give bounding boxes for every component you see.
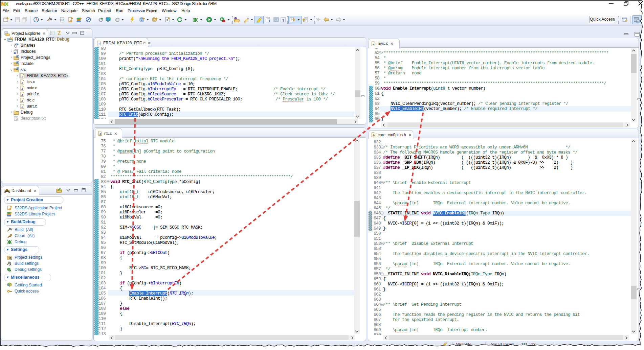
svg-text:.h: .h (372, 134, 375, 137)
svg-text:S: S (17, 62, 19, 64)
svg-text:S: S (17, 56, 19, 58)
svg-text:.c: .c (21, 105, 23, 108)
svg-text:.c: .c (21, 87, 23, 90)
svg-text:.c: .c (372, 43, 375, 46)
svg-text:10: 10 (15, 43, 17, 45)
svg-text:S: S (17, 68, 19, 70)
svg-text:h: h (15, 52, 16, 54)
svg-text:C: C (11, 37, 13, 39)
svg-text:.c: .c (98, 42, 100, 45)
svg-text:.c: .c (99, 132, 101, 135)
svg-text:c: c (141, 19, 142, 21)
svg-text:¶: ¶ (282, 18, 284, 22)
svg-text:010: 010 (60, 19, 64, 21)
svg-text:.c: .c (21, 93, 23, 96)
svg-text:.c: .c (21, 99, 23, 102)
svg-text:c: c (637, 20, 639, 22)
svg-text:.c: .c (21, 81, 23, 84)
svg-text:c: c (166, 18, 168, 21)
svg-text:.c: .c (21, 75, 23, 78)
